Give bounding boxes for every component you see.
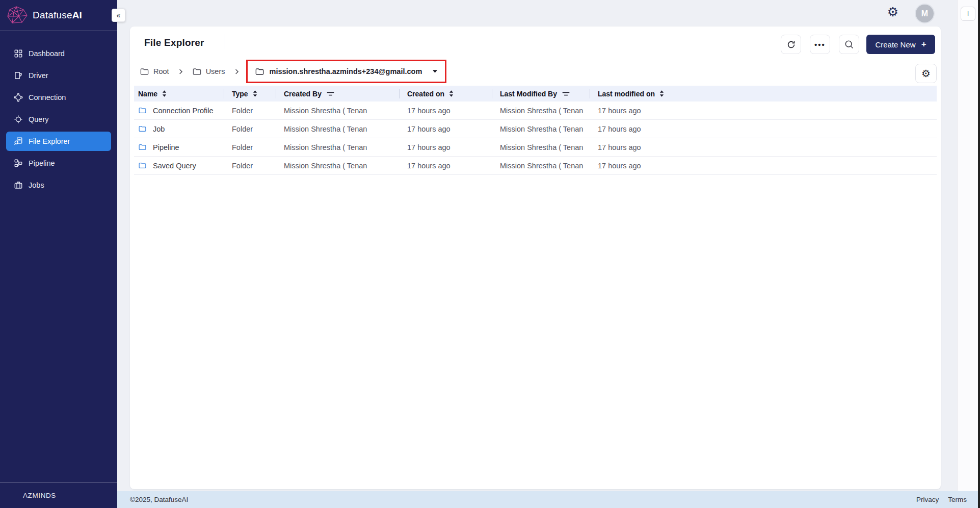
folder-icon: [138, 161, 147, 170]
chevron-right-icon: [233, 68, 241, 75]
copyright-text: ©2025, DatafuseAI: [130, 496, 188, 503]
row-created-by-cell: Mission Shrestha ( Tenan: [276, 107, 399, 115]
sidebar-item-label: Connection: [29, 93, 66, 101]
sidebar-item-connection[interactable]: Connection: [6, 88, 111, 107]
refresh-button[interactable]: [781, 35, 801, 54]
plus-icon: +: [921, 39, 926, 49]
gear-icon: ⚙: [921, 67, 931, 80]
row-created-on-cell: 17 hours ago: [399, 143, 492, 151]
filter-icon: [326, 91, 335, 97]
column-header-type[interactable]: Type: [224, 86, 276, 101]
breadcrumb-current-folder-dropdown[interactable]: mission.shrestha.azminds+234@gmail.com: [246, 60, 447, 83]
row-created-by-cell: Mission Shrestha ( Tenan: [276, 162, 399, 170]
user-avatar[interactable]: M: [916, 5, 934, 22]
folder-icon: [192, 67, 202, 77]
query-icon: [14, 115, 23, 124]
row-type-cell: Folder: [224, 107, 276, 115]
privacy-link[interactable]: Privacy: [916, 496, 939, 503]
create-new-label: Create New: [875, 40, 915, 49]
filter-icon: [562, 91, 570, 97]
breadcrumb-current-label: mission.shrestha.azminds+234@gmail.com: [270, 67, 422, 75]
settings-gear-button[interactable]: ⚙: [885, 4, 900, 19]
window-edge-strip: [978, 0, 980, 508]
column-header-created-by[interactable]: Created By: [276, 86, 399, 101]
breadcrumb-root[interactable]: Root: [138, 67, 171, 77]
info-icon: i: [967, 10, 969, 17]
column-header-last-modified-on[interactable]: Last modified on: [590, 86, 937, 101]
sidebar-item-pipeline[interactable]: Pipeline: [6, 154, 111, 173]
brand-name: DatafuseAI: [33, 10, 82, 21]
row-created-on-cell: 17 hours ago: [399, 162, 492, 170]
driver-icon: [14, 71, 23, 80]
row-type-cell: Folder: [224, 125, 276, 133]
chevron-right-icon: [177, 68, 184, 75]
search-button[interactable]: [839, 35, 859, 54]
sidebar-item-file-explorer[interactable]: File Explorer: [6, 132, 111, 151]
row-name-cell[interactable]: Saved Query: [134, 161, 224, 170]
row-created-on-cell: 17 hours ago: [399, 125, 492, 133]
sidebar: DatafuseAI Dashboard Driver: [0, 0, 117, 508]
table-row[interactable]: Connection Profile Folder Mission Shrest…: [134, 101, 937, 120]
folder-icon: [140, 67, 149, 77]
create-new-button[interactable]: Create New +: [866, 35, 935, 54]
column-header-name[interactable]: Name: [134, 86, 224, 101]
sidebar-collapse-button[interactable]: «: [112, 9, 125, 22]
sidebar-org-label: AZMINDS: [0, 482, 117, 508]
dashboard-icon: [14, 49, 23, 58]
column-header-created-on[interactable]: Created on: [399, 86, 492, 101]
ellipsis-icon: •••: [814, 40, 826, 49]
sidebar-item-label: Dashboard: [29, 49, 65, 58]
table-body: Connection Profile Folder Mission Shrest…: [134, 101, 937, 175]
sidebar-item-driver[interactable]: Driver: [6, 66, 111, 85]
sidebar-item-jobs[interactable]: Jobs: [6, 175, 111, 195]
sidebar-item-query[interactable]: Query: [6, 110, 111, 129]
refresh-icon: [786, 40, 796, 49]
folder-icon: [138, 124, 147, 133]
sidebar-item-label: Jobs: [29, 181, 44, 189]
folder-icon: [255, 67, 264, 77]
footer: ©2025, DatafuseAI Privacy Terms: [117, 491, 980, 508]
row-type-cell: Folder: [224, 162, 276, 170]
row-created-by-cell: Mission Shrestha ( Tenan: [276, 125, 399, 133]
row-last-modified-by-cell: Mission Shrestha ( Tenan: [492, 125, 590, 133]
row-last-modified-on-cell: 17 hours ago: [590, 162, 937, 170]
file-explorer-panel: File Explorer ••• Create New +: [130, 27, 941, 489]
sidebar-item-label: Query: [29, 115, 49, 123]
breadcrumb-label: Users: [206, 67, 225, 75]
row-last-modified-by-cell: Mission Shrestha ( Tenan: [492, 162, 590, 170]
jobs-icon: [14, 181, 23, 190]
sidebar-item-dashboard[interactable]: Dashboard: [6, 44, 111, 63]
connection-icon: [14, 93, 23, 102]
folder-icon: [138, 106, 147, 115]
title-divider: [225, 34, 225, 49]
caret-down-icon: [432, 69, 438, 73]
table-settings-button[interactable]: ⚙: [915, 64, 937, 83]
row-created-on-cell: 17 hours ago: [399, 107, 492, 115]
sort-icon: [162, 90, 167, 97]
sidebar-nav: Dashboard Driver Connection: [0, 31, 117, 195]
sort-icon: [449, 90, 454, 97]
table-row[interactable]: Job Folder Mission Shrestha ( Tenan 17 h…: [134, 120, 937, 138]
breadcrumb-users[interactable]: Users: [190, 67, 227, 77]
terms-link[interactable]: Terms: [948, 496, 967, 503]
info-button[interactable]: i: [961, 7, 975, 21]
file-explorer-icon: [14, 137, 23, 146]
folder-icon: [138, 143, 147, 151]
row-name-cell[interactable]: Pipeline: [134, 143, 224, 151]
row-name-cell[interactable]: Connection Profile: [134, 106, 224, 115]
row-last-modified-on-cell: 17 hours ago: [590, 125, 937, 133]
row-last-modified-on-cell: 17 hours ago: [590, 143, 937, 151]
column-header-last-modified-by[interactable]: Last Modified By: [492, 86, 590, 101]
page-title: File Explorer: [144, 37, 204, 48]
row-name-cell[interactable]: Job: [134, 124, 224, 133]
sidebar-item-label: Driver: [29, 71, 48, 80]
more-actions-button[interactable]: •••: [810, 35, 830, 54]
sidebar-item-label: Pipeline: [29, 159, 55, 167]
table-row[interactable]: Pipeline Folder Mission Shrestha ( Tenan…: [134, 138, 937, 157]
avatar-initial: M: [921, 9, 928, 18]
pipeline-icon: [14, 159, 23, 168]
breadcrumb-label: Root: [153, 67, 169, 75]
table-row[interactable]: Saved Query Folder Mission Shrestha ( Te…: [134, 157, 937, 175]
row-last-modified-on-cell: 17 hours ago: [590, 107, 937, 115]
collapse-icon: «: [117, 11, 121, 19]
